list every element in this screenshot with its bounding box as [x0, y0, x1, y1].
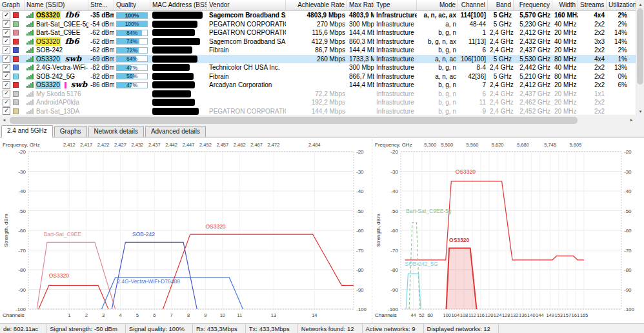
- column-header-achievable-rate[interactable]: Achievable Rate: [286, 0, 347, 10]
- channel-tick-label: 14: [312, 312, 317, 318]
- spectrum-chart-2-4ghz: -20-20-30-30-40-40-50-50-60-60-70-70-80-…: [1, 139, 370, 319]
- network-row[interactable]: ✓My Skoda 517672,2 MbpsInfrastructureb, …: [0, 90, 636, 99]
- vendor-cell: Arcadyan Corporation: [207, 81, 286, 89]
- util-cell: 1%: [607, 55, 636, 63]
- row-checkbox[interactable]: ✓: [3, 46, 10, 54]
- network-row[interactable]: ✓SOB-242_5G-82 dBm56%Fibrain866,7 MbpsIn…: [0, 72, 636, 81]
- name-cell: 2.4G-Vectra-WiFi-...: [25, 63, 88, 72]
- type-cell: Infrastructure: [374, 107, 417, 116]
- network-row[interactable]: ✓OS3320fb6-62 dBm74%Sagemcom Broadband S…: [0, 37, 636, 46]
- column-header-name-ssid[interactable]: Name (SSID): [25, 0, 88, 10]
- row-checkbox[interactable]: ✓: [3, 99, 10, 106]
- vertical-scroll-track[interactable]: [636, 8, 644, 107]
- strength-cell: -35 dBm: [88, 11, 114, 19]
- row-checkbox[interactable]: ✓: [3, 37, 10, 45]
- tab-graphs[interactable]: Graphs: [54, 126, 87, 137]
- network-row[interactable]: ✓OS3320swb-86 dBm47%Arcadyan Corporation…: [0, 81, 636, 90]
- horizontal-scroll-track[interactable]: [8, 116, 627, 125]
- column-header-width[interactable]: Width: [552, 0, 578, 10]
- column-header-utilization[interactable]: Utilization: [607, 0, 636, 10]
- y-tick-label-left: -70: [390, 248, 398, 254]
- network-row[interactable]: ✓2.4G-Vectra-WiFi-...-82 dBm47%Technicol…: [0, 63, 636, 72]
- quality-bar: 56%: [116, 73, 148, 79]
- network-row[interactable]: ✓OS3320swb-69 dBm64%260 Mbps1733,3 MbpsI…: [0, 55, 636, 64]
- max-cell: 860,3 Mbps: [347, 37, 374, 46]
- vendor-cell: Sagemcom Broadband SAS: [207, 37, 286, 46]
- tab-advanced-details[interactable]: Advanced details: [145, 126, 206, 137]
- frequency-tick-label: 5,745: [544, 142, 556, 148]
- chart-2-4ghz-box: -20-20-30-30-40-40-50-50-60-60-70-70-80-…: [1, 139, 370, 323]
- network-curve-os3320: [405, 181, 584, 260]
- scroll-right-arrow[interactable]: ►: [627, 116, 636, 125]
- column-header-channel[interactable]: Channel: [458, 0, 488, 10]
- row-checkbox[interactable]: ✓: [3, 55, 10, 63]
- row-checkbox[interactable]: ✓: [3, 72, 10, 80]
- util-cell: 2%: [607, 20, 636, 28]
- column-header-stre[interactable]: Stre...: [88, 0, 114, 10]
- row-checkbox[interactable]: ✓: [3, 64, 10, 72]
- quality-value: 72%: [117, 48, 147, 54]
- row-checkbox[interactable]: ✓: [3, 20, 10, 28]
- util-cell: 14%: [607, 28, 636, 37]
- network-curve-label: 2.4G-Vectra-WiFi-D76488: [117, 278, 180, 285]
- row-checkbox[interactable]: ✓: [3, 12, 10, 19]
- y-tick-label-right: -100: [356, 307, 367, 312]
- column-header-streams[interactable]: Streams: [578, 0, 607, 10]
- tab-2-4-and-5ghz[interactable]: 2.4 and 5GHz: [1, 125, 53, 137]
- band-cell: 2,4 GHz: [488, 90, 514, 98]
- mac-redaction: [152, 108, 199, 115]
- channel-tick-label: 144: [536, 312, 544, 318]
- column-header-band[interactable]: Band: [488, 0, 514, 10]
- column-header-frequency[interactable]: Frequency: [514, 0, 552, 10]
- streams-cell: 2x2: [578, 28, 607, 37]
- mode-cell: a, n, ac: [417, 72, 458, 81]
- network-row[interactable]: ✓Bart-Sat_C9EE-5g-54 dBm100%PEGATRON COR…: [0, 20, 636, 29]
- channel-tick-label: 136: [519, 312, 527, 318]
- quality-value: 100%: [117, 21, 147, 27]
- column-header-graph[interactable]: Graph: [0, 0, 25, 10]
- y-tick-label-left: -90: [18, 287, 26, 293]
- width-cell: 20 MHz: [552, 46, 578, 54]
- network-row[interactable]: ✓OS3320fb6-35 dBm100%Sagemcom Broadband …: [0, 11, 636, 20]
- row-checkbox[interactable]: ✓: [3, 90, 10, 97]
- network-row[interactable]: ✓Bart-Sat_13DAPEGATRON CORPORATION144,4 …: [0, 107, 636, 116]
- ssid-label: Bart-Sat_C9EE: [35, 28, 81, 37]
- column-header-vendor[interactable]: Vendor: [207, 0, 286, 10]
- network-row[interactable]: ✓SOB-242-62 dBm72%Fibrain86,7 Mbps144,4 …: [0, 46, 636, 55]
- name-cell: Bart-Sat_13DA: [25, 107, 88, 116]
- column-header-quality[interactable]: Quality: [114, 0, 150, 10]
- column-header-max-rate[interactable]: Max Rate: [347, 0, 374, 10]
- tab-network-details[interactable]: Network details: [88, 126, 144, 137]
- column-header-type[interactable]: Type: [374, 0, 417, 10]
- scroll-left-arrow[interactable]: ◄: [0, 116, 8, 125]
- strength-axis-title: Strength, dBm: [376, 214, 381, 247]
- network-row[interactable]: ✓Bart-Sat_C9EE-62 dBm84%PEGATRON CORPORA…: [0, 28, 636, 37]
- achievable-cell: 115,6 Mbps: [286, 28, 347, 37]
- status-item-signal-quality: Signal quality: 100%: [126, 324, 193, 333]
- mac-redaction: [152, 38, 200, 45]
- channel-tick-label: 6: [153, 312, 156, 318]
- width-cell: 40 MHz: [552, 37, 578, 46]
- horizontal-scroll-thumb[interactable]: [10, 117, 578, 124]
- quality-cell: 64%: [114, 56, 150, 62]
- row-checkbox[interactable]: ✓: [3, 29, 10, 37]
- vendor-cell: PEGATRON CORPORATION: [207, 28, 286, 37]
- network-row[interactable]: ✓AndroidAP0lda192,2 MbpsInfrastructureb,…: [0, 98, 636, 107]
- channel-tick-label: 2: [85, 312, 88, 318]
- frequency-axis-title: Frequency, GHz: [3, 142, 40, 148]
- quality-value: 100%: [117, 13, 147, 19]
- column-header-mac-address-bssid[interactable]: MAC Address (BSSID): [150, 0, 207, 10]
- row-checkbox[interactable]: ✓: [3, 107, 10, 115]
- scroll-up-arrow[interactable]: ▲: [636, 0, 644, 8]
- frequency-cell: 2,437 GHz: [514, 46, 552, 54]
- vertical-scroll-thumb[interactable]: [637, 8, 643, 85]
- vertical-scrollbar[interactable]: ▲ ▼: [636, 0, 644, 116]
- quality-cell: 100%: [114, 12, 150, 19]
- column-header-mode[interactable]: Mode: [417, 0, 458, 10]
- row-checkbox[interactable]: ✓: [3, 81, 10, 89]
- util-cell: 14%: [607, 37, 636, 46]
- frequency-cell: 5,210 GHz: [514, 72, 552, 81]
- horizontal-scrollbar[interactable]: ◄ ►: [0, 116, 636, 124]
- y-tick-label-left: -50: [18, 208, 26, 214]
- scroll-down-arrow[interactable]: ▼: [636, 107, 644, 116]
